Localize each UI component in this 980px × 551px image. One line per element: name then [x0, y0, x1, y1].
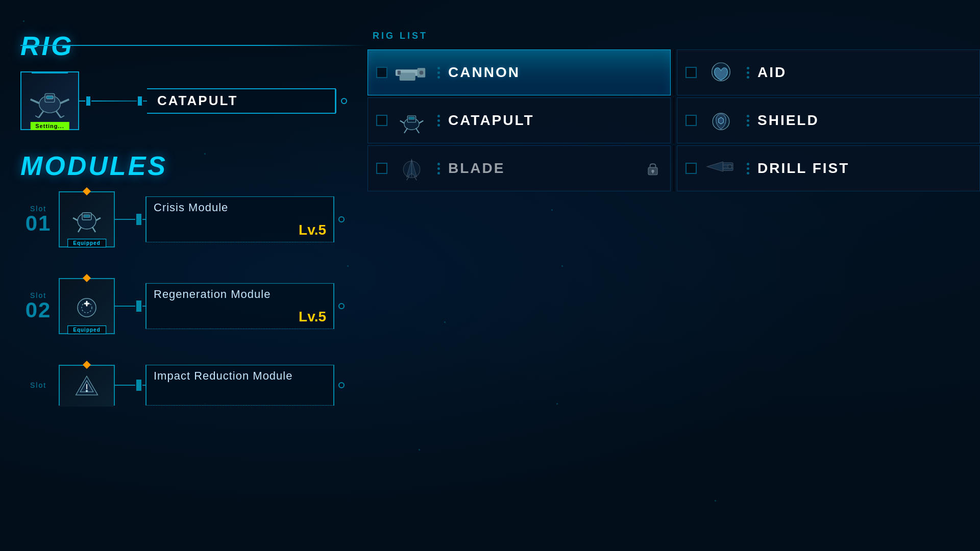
rig-checkbox-aid[interactable]	[685, 67, 697, 78]
cannon-name: CANNON	[448, 64, 662, 81]
slot-level-2: Lv.5	[154, 309, 326, 325]
rig-checkbox-drill-fist[interactable]	[685, 163, 697, 174]
rig-list-item-blade[interactable]: BLADE	[368, 145, 671, 191]
drill-fist-dots	[747, 163, 749, 174]
rig-list-container: CANNON	[368, 49, 980, 191]
slot-name-box-2: Regeneration Module Lv.5	[145, 283, 334, 329]
rig-title: RIG	[20, 31, 347, 61]
drill-fist-name: DRILL FIST	[757, 160, 971, 177]
aid-name: AID	[757, 64, 971, 81]
impact-module-icon	[71, 371, 102, 402]
slot-dot-right-3	[338, 382, 345, 388]
slot-name-box-1: Crisis Module Lv.5	[145, 196, 334, 242]
slot-number-2: 02	[20, 299, 56, 321]
slot-item-3: Slot	[20, 365, 347, 406]
shield-icon	[703, 103, 739, 138]
rig-dot-right	[341, 98, 347, 104]
rig-section: RIG	[20, 31, 347, 130]
rig-list-item-aid[interactable]: AID	[677, 49, 980, 95]
svg-rect-13	[84, 215, 90, 217]
col-divider-1	[673, 49, 675, 95]
slot-connector-3	[115, 380, 145, 391]
rig-list-item-cannon[interactable]: CANNON	[368, 49, 671, 95]
slot-icon-box-3[interactable]	[59, 365, 115, 406]
svg-line-1	[39, 111, 43, 117]
rig-list-item-catapult[interactable]: CATAPULT	[368, 97, 671, 143]
svg-line-15	[96, 218, 101, 220]
svg-marker-43	[707, 162, 723, 171]
blade-dots	[437, 163, 440, 174]
aid-dots	[747, 67, 749, 79]
rig-checkbox-cannon[interactable]	[376, 67, 387, 78]
shield-name: SHIELD	[757, 112, 971, 129]
svg-point-25	[420, 70, 424, 74]
svg-point-21	[86, 390, 87, 392]
slot-badge-1: Equipped	[67, 239, 106, 247]
rig-checkbox-catapult[interactable]	[376, 115, 387, 126]
rig-checkbox-shield[interactable]	[685, 115, 697, 126]
svg-line-33	[400, 120, 404, 123]
slot-bottom-border-1	[145, 242, 334, 242]
col-divider-3	[673, 145, 675, 191]
conn-notch-2	[138, 96, 142, 106]
slot-word-3: Slot	[20, 381, 56, 389]
cannon-icon	[394, 55, 429, 90]
regen-module-icon	[69, 288, 105, 324]
rig-top-line	[20, 45, 368, 46]
blade-name: BLADE	[448, 160, 638, 177]
slot-dot-right-1	[338, 216, 345, 222]
slot-item-1: Slot 01	[20, 191, 347, 247]
rig-catapult-icon	[28, 79, 71, 122]
svg-rect-24	[400, 72, 415, 81]
rig-list-row-3: BLADE	[368, 145, 980, 191]
right-panel: RIG LIST	[368, 0, 980, 551]
left-panel: RIG	[0, 0, 368, 551]
icon-top-line	[32, 72, 68, 73]
slot-icon-box-2[interactable]: Equipped	[59, 278, 115, 334]
svg-line-4	[61, 116, 64, 118]
slot-connector-1	[115, 214, 145, 225]
rig-item[interactable]: Setting... CATAPULT	[20, 71, 347, 130]
conn-line-1	[79, 101, 85, 102]
drill-fist-icon	[703, 151, 739, 186]
catapult-list-icon	[394, 103, 429, 138]
svg-line-3	[35, 116, 39, 118]
svg-rect-8	[46, 96, 53, 99]
svg-line-2	[56, 111, 61, 117]
catapult-dots	[437, 115, 440, 127]
conn-notch-1	[86, 96, 90, 106]
modules-section: MODULES Slot 01	[20, 151, 347, 406]
slot-label-1: Slot 01	[20, 205, 56, 234]
rig-list-item-drill-fist[interactable]: DRILL FIST	[677, 145, 980, 191]
rig-icon-box[interactable]: Setting...	[20, 71, 79, 130]
lock-icon	[644, 159, 662, 178]
rig-list-title: RIG LIST	[373, 31, 980, 41]
rig-checkbox-blade[interactable]	[376, 163, 387, 174]
svg-point-47	[727, 164, 731, 168]
blade-icon	[394, 151, 429, 186]
slot-module-name-2: Regeneration Module	[154, 288, 326, 301]
svg-line-7	[60, 99, 69, 104]
slot-name-box-3: Impact Reduction Module	[145, 365, 334, 406]
blade-svg-icon	[395, 152, 428, 185]
col-divider-2	[673, 97, 675, 143]
slot-bottom-border-2	[145, 329, 334, 329]
slot-badge-2: Equipped	[67, 325, 106, 334]
rig-connector: CATAPULT	[79, 88, 347, 114]
slot-connector-2	[115, 300, 145, 312]
slot-module-name-3: Impact Reduction Module	[154, 369, 326, 383]
rig-list-row-1: CANNON	[368, 49, 980, 95]
rig-list-item-shield[interactable]: SHIELD	[677, 97, 980, 143]
slot-label-3: Slot	[20, 381, 56, 389]
slot-dot-right-2	[338, 303, 345, 309]
svg-line-14	[73, 218, 78, 220]
slot-number-1: 01	[20, 213, 56, 234]
rig-name-box: CATAPULT	[147, 88, 336, 114]
slot-bottom-border-3	[145, 405, 334, 406]
aid-svg-icon	[704, 56, 738, 89]
rig-icon-inner	[21, 72, 78, 129]
modules-title: MODULES	[20, 151, 347, 181]
slot-icon-box-1[interactable]: Equipped	[59, 191, 115, 247]
conn-line-3	[143, 101, 147, 102]
drill-fist-svg-icon	[704, 155, 738, 183]
